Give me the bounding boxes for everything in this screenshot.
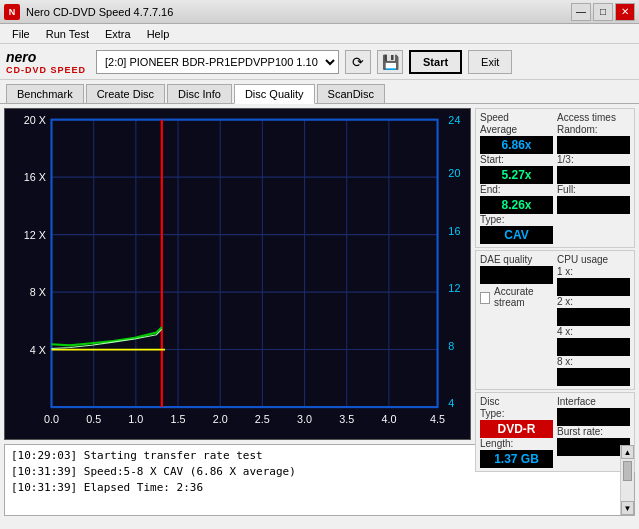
speed-end-label: End:	[480, 184, 553, 195]
save-button[interactable]: 💾	[377, 50, 403, 74]
tab-disc-info[interactable]: Disc Info	[167, 84, 232, 103]
svg-text:3.0: 3.0	[297, 413, 312, 425]
tab-benchmark[interactable]: Benchmark	[6, 84, 84, 103]
cpu-8x-value	[557, 368, 630, 386]
speed-type-value: CAV	[480, 226, 553, 244]
speed-type-label: Type:	[480, 214, 553, 225]
right-panel: Speed Average 6.86x Start: 5.27x End: 8.…	[475, 108, 635, 440]
cpu-4x-value	[557, 338, 630, 356]
tab-disc-quality[interactable]: Disc Quality	[234, 84, 315, 104]
access-random-label: Random:	[557, 124, 630, 135]
title-bar-buttons: — □ ✕	[571, 3, 635, 21]
log-line-2: [10:31:39] Speed:5-8 X CAV (6.86 X avera…	[11, 464, 614, 480]
maximize-button[interactable]: □	[593, 3, 613, 21]
speed-section: Speed Average 6.86x Start: 5.27x End: 8.…	[475, 108, 635, 248]
tabs: Benchmark Create Disc Disc Info Disc Qua…	[0, 80, 639, 104]
tab-create-disc[interactable]: Create Disc	[86, 84, 165, 103]
interface-label: Interface	[557, 396, 630, 407]
dae-quality-label: DAE quality	[480, 254, 553, 265]
tab-scan-disc[interactable]: ScanDisc	[317, 84, 385, 103]
svg-text:1.5: 1.5	[171, 413, 186, 425]
disc-label: Disc	[480, 396, 553, 407]
svg-text:3.5: 3.5	[339, 413, 354, 425]
speed-average-label: Average	[480, 124, 553, 135]
exit-button[interactable]: Exit	[468, 50, 512, 74]
log-scrollbar: ▲ ▼	[620, 445, 634, 515]
svg-text:20: 20	[448, 167, 460, 179]
cpu-8x-label: 8 x:	[557, 356, 630, 367]
svg-text:12 X: 12 X	[24, 229, 46, 241]
cpu-1x-value	[557, 278, 630, 296]
dae-quality-value	[480, 266, 553, 284]
svg-text:4: 4	[448, 397, 454, 409]
svg-text:16: 16	[448, 225, 460, 237]
svg-text:2.0: 2.0	[213, 413, 228, 425]
svg-text:4.5: 4.5	[430, 413, 445, 425]
nero-product-text: CD-DVD SPEED	[6, 65, 86, 75]
log-area: [10:29:03] Starting transfer rate test […	[4, 444, 635, 516]
menu-bar: File Run Test Extra Help	[0, 24, 639, 44]
refresh-button[interactable]: ⟳	[345, 50, 371, 74]
cpu-2x-label: 2 x:	[557, 296, 630, 307]
drive-select[interactable]: [2:0] PIONEER BDR-PR1EPDVPP100 1.10	[96, 50, 339, 74]
access-full-value	[557, 196, 630, 214]
access-random-value	[557, 136, 630, 154]
menu-help[interactable]: Help	[139, 26, 178, 42]
svg-text:12: 12	[448, 282, 460, 294]
cpu-1x-label: 1 x:	[557, 266, 630, 277]
speed-label: Speed	[480, 112, 553, 123]
access-onethird-label: 1/3:	[557, 154, 630, 165]
log-line-3: [10:31:39] Elapsed Time: 2:36	[11, 480, 614, 496]
log-line-1: [10:29:03] Starting transfer rate test	[11, 448, 614, 464]
scroll-track	[621, 459, 634, 501]
app-icon: N	[4, 4, 20, 20]
cpu-usage-label: CPU usage	[557, 254, 630, 265]
accurate-stream-checkbox[interactable]	[480, 292, 490, 304]
toolbar: nero CD-DVD SPEED [2:0] PIONEER BDR-PR1E…	[0, 44, 639, 80]
interface-value	[557, 408, 630, 426]
minimize-button[interactable]: —	[571, 3, 591, 21]
graph-container: 20 X 16 X 12 X 8 X 4 X 24 20 16 12 8 4 0…	[4, 108, 471, 440]
access-onethird-value	[557, 166, 630, 184]
menu-run-test[interactable]: Run Test	[38, 26, 97, 42]
svg-text:4 X: 4 X	[30, 344, 46, 356]
start-button[interactable]: Start	[409, 50, 462, 74]
svg-text:0.5: 0.5	[86, 413, 101, 425]
svg-text:1.0: 1.0	[128, 413, 143, 425]
svg-text:24: 24	[448, 114, 460, 126]
svg-text:2.5: 2.5	[255, 413, 270, 425]
svg-text:20 X: 20 X	[24, 114, 46, 126]
menu-file[interactable]: File	[4, 26, 38, 42]
disc-type-label: Type:	[480, 408, 553, 419]
cpu-dae-section: DAE quality Accurate stream CPU usage 1 …	[475, 250, 635, 390]
burst-rate-label: Burst rate:	[557, 426, 630, 437]
access-times-label: Access times	[557, 112, 630, 123]
scroll-up-button[interactable]: ▲	[621, 445, 634, 459]
menu-extra[interactable]: Extra	[97, 26, 139, 42]
svg-text:8 X: 8 X	[30, 286, 46, 298]
svg-text:4.0: 4.0	[381, 413, 396, 425]
graph-svg: 20 X 16 X 12 X 8 X 4 X 24 20 16 12 8 4 0…	[5, 109, 470, 439]
svg-text:8: 8	[448, 340, 454, 352]
nero-logo-text: nero	[6, 49, 36, 65]
title-bar: N Nero CD-DVD Speed 4.7.7.16 — □ ✕	[0, 0, 639, 24]
main-content: 20 X 16 X 12 X 8 X 4 X 24 20 16 12 8 4 0…	[0, 104, 639, 444]
scroll-thumb[interactable]	[623, 461, 632, 481]
log-content: [10:29:03] Starting transfer rate test […	[5, 445, 620, 515]
svg-text:0.0: 0.0	[44, 413, 59, 425]
close-button[interactable]: ✕	[615, 3, 635, 21]
speed-start-value: 5.27x	[480, 166, 553, 184]
svg-text:16 X: 16 X	[24, 171, 46, 183]
accurate-stream-label: Accurate stream	[494, 286, 553, 308]
window-title: Nero CD-DVD Speed 4.7.7.16	[26, 6, 173, 18]
speed-average-value: 6.86x	[480, 136, 553, 154]
access-full-label: Full:	[557, 184, 630, 195]
cpu-2x-value	[557, 308, 630, 326]
scroll-down-button[interactable]: ▼	[621, 501, 634, 515]
speed-start-label: Start:	[480, 154, 553, 165]
disc-type-value: DVD-R	[480, 420, 553, 438]
speed-end-value: 8.26x	[480, 196, 553, 214]
nero-logo: nero CD-DVD SPEED	[6, 49, 86, 75]
svg-rect-0	[5, 109, 470, 439]
cpu-4x-label: 4 x:	[557, 326, 630, 337]
